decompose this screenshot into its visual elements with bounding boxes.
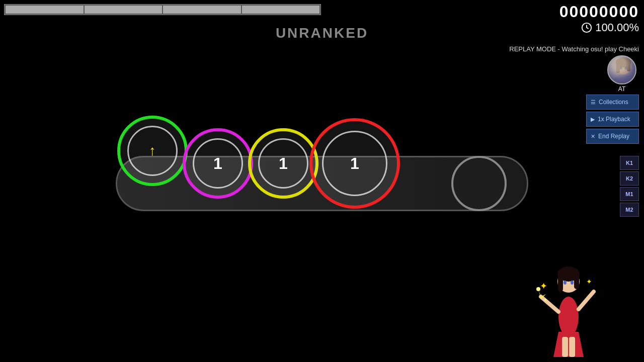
x-icon: ✕ — [591, 133, 595, 140]
playback-button[interactable]: ▶ 1x Playback — [586, 112, 639, 127]
avatar-label: AT — [618, 85, 625, 93]
key-m2: M2 — [620, 203, 639, 217]
hit-circle-3: 1 — [248, 128, 318, 199]
avatar-container: AT — [607, 55, 636, 93]
inner-ring-2: 1 — [193, 138, 243, 189]
inner-ring-1 — [127, 126, 178, 176]
svg-text:✦: ✦ — [540, 281, 547, 291]
collections-label: Collections — [599, 99, 628, 106]
buttons-panel: ☰ Collections ▶ 1x Playback ✕ End Replay — [586, 95, 639, 144]
svg-text:✦: ✦ — [543, 297, 547, 303]
hit-circle-2: 1 — [183, 128, 253, 199]
inner-ring-4: 1 — [322, 131, 387, 196]
svg-point-11 — [558, 297, 579, 337]
circle2-number: 1 — [213, 154, 222, 173]
svg-point-2 — [614, 74, 632, 84]
svg-point-16 — [564, 281, 567, 285]
accuracy-value: 100.00% — [595, 21, 639, 34]
svg-point-7 — [619, 66, 622, 70]
key-k1: K1 — [620, 156, 639, 170]
collections-button[interactable]: ☰ Collections — [586, 95, 639, 110]
avatar — [607, 55, 636, 84]
play-icon: ▶ — [591, 116, 595, 123]
inner-ring-3: 1 — [258, 138, 308, 189]
svg-rect-14 — [558, 274, 563, 292]
svg-point-3 — [616, 60, 630, 74]
svg-rect-19 — [562, 337, 568, 357]
svg-point-8 — [624, 66, 627, 70]
svg-rect-6 — [627, 64, 630, 71]
svg-point-17 — [571, 281, 574, 285]
svg-point-9 — [620, 66, 622, 68]
svg-text:✦: ✦ — [586, 278, 592, 286]
svg-rect-15 — [574, 274, 579, 289]
hit-circle-4: 1 — [309, 118, 400, 209]
key-k2: K2 — [620, 171, 639, 186]
character-svg: ✦ ✦ ✦ — [536, 251, 601, 362]
svg-point-10 — [625, 66, 627, 68]
end-replay-label: End Replay — [598, 133, 629, 140]
clock-icon — [581, 22, 592, 33]
svg-line-22 — [579, 292, 594, 309]
playback-label: 1x Playback — [598, 116, 630, 123]
slider-end-circle — [451, 156, 507, 211]
character-sprite: ✦ ✦ ✦ — [536, 251, 601, 362]
svg-point-1 — [616, 60, 630, 74]
accuracy-display: 100.00% — [581, 21, 639, 34]
circle3-number: 1 — [279, 154, 288, 173]
game-area: 1 1 1 — [0, 0, 569, 362]
svg-rect-5 — [616, 64, 620, 73]
list-icon: ☰ — [591, 99, 596, 106]
hit-circle-1 — [117, 116, 188, 186]
svg-point-4 — [616, 57, 631, 67]
circle4-number: 1 — [350, 154, 359, 173]
svg-rect-20 — [569, 337, 575, 357]
end-replay-button[interactable]: ✕ End Replay — [586, 129, 639, 144]
score-display: 00000000 — [559, 3, 639, 21]
key-indicators: K1 K2 M1 M2 — [620, 156, 639, 217]
key-m1: M1 — [620, 187, 639, 201]
svg-marker-18 — [553, 332, 584, 357]
